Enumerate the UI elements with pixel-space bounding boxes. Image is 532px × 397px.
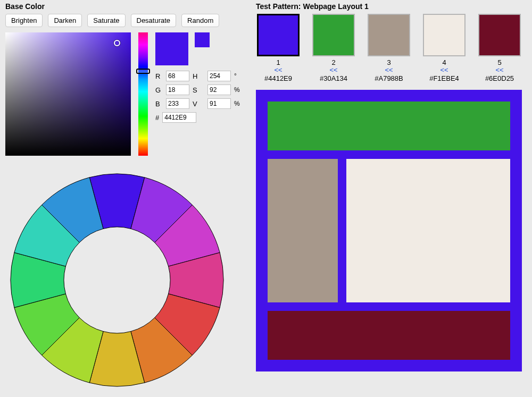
palette-item-4: 4<<#F1EBE4 bbox=[422, 14, 467, 82]
input-b[interactable] bbox=[166, 98, 189, 109]
label-s: S bbox=[193, 86, 204, 94]
palette-shift-button[interactable]: << bbox=[440, 66, 448, 73]
palette-row: 1<<#4412E92<<#30A1343<<#A7988B4<<#F1EBE4… bbox=[256, 14, 527, 82]
palette-hex: #A7988B bbox=[375, 74, 403, 82]
input-g[interactable] bbox=[166, 85, 189, 95]
adjust-buttons: Brighten Darken Saturate Desaturate Rand… bbox=[5, 14, 247, 27]
label-hash: # bbox=[155, 114, 159, 122]
label-h: H bbox=[193, 72, 204, 80]
brighten-button[interactable]: Brighten bbox=[5, 14, 43, 27]
palette-swatch-4[interactable] bbox=[423, 14, 466, 56]
saturate-button[interactable]: Saturate bbox=[87, 14, 125, 27]
input-v[interactable] bbox=[207, 98, 231, 109]
hue-slider[interactable] bbox=[138, 32, 148, 156]
label-g: G bbox=[155, 86, 163, 94]
palette-item-3: 3<<#A7988B bbox=[367, 14, 411, 82]
preview-swatch-large bbox=[155, 32, 188, 65]
base-color-panel: Base Color Brighten Darken Saturate Desa… bbox=[0, 0, 253, 397]
layout-header-block bbox=[268, 102, 510, 150]
palette-swatch-3[interactable] bbox=[368, 14, 410, 56]
test-pattern-panel: Test Pattern: Webpage Layout 1 1<<#4412E… bbox=[253, 0, 532, 397]
palette-hex: #30A134 bbox=[320, 74, 347, 82]
palette-shift-button[interactable]: << bbox=[495, 66, 503, 73]
palette-item-2: 2<<#30A134 bbox=[311, 14, 356, 82]
unit-pct-s: % bbox=[234, 86, 242, 94]
layout-sidebar-block bbox=[268, 159, 338, 302]
layout-mid-row bbox=[268, 159, 510, 302]
test-pattern-title: Test Pattern: Webpage Layout 1 bbox=[256, 2, 527, 11]
unit-pct-v: % bbox=[234, 100, 242, 107]
palette-swatch-5[interactable] bbox=[478, 14, 521, 56]
darken-button[interactable]: Darken bbox=[48, 14, 82, 27]
preview-swatches bbox=[155, 32, 240, 65]
palette-swatch-2[interactable] bbox=[312, 14, 355, 56]
label-r: R bbox=[155, 72, 163, 80]
color-picker-row: R H ° G S % B V % # bbox=[5, 32, 247, 156]
satval-indicator-icon bbox=[114, 40, 120, 46]
layout-footer-block bbox=[268, 311, 510, 360]
palette-shift-button[interactable]: << bbox=[274, 66, 282, 73]
layout-preview bbox=[256, 90, 522, 371]
label-b: B bbox=[155, 100, 163, 108]
color-wheel[interactable] bbox=[5, 168, 229, 392]
palette-number: 3 bbox=[387, 58, 390, 66]
hue-thumb-icon bbox=[136, 69, 150, 74]
palette-hex: #6E0D25 bbox=[485, 74, 514, 82]
palette-item-5: 5<<#6E0D25 bbox=[477, 14, 522, 82]
input-hex[interactable] bbox=[162, 112, 196, 123]
palette-item-1: 1<<#4412E9 bbox=[256, 14, 301, 82]
palette-number: 2 bbox=[331, 58, 335, 66]
saturation-value-picker[interactable] bbox=[5, 32, 131, 156]
input-h[interactable] bbox=[207, 71, 231, 81]
palette-number: 1 bbox=[276, 58, 280, 66]
base-color-title: Base Color bbox=[5, 2, 247, 11]
palette-swatch-1[interactable] bbox=[257, 14, 300, 56]
input-s[interactable] bbox=[207, 85, 231, 95]
random-button[interactable]: Random bbox=[181, 14, 219, 27]
layout-main-block bbox=[346, 159, 510, 302]
input-r[interactable] bbox=[166, 71, 189, 81]
label-v: V bbox=[193, 100, 204, 108]
palette-shift-button[interactable]: << bbox=[329, 66, 337, 73]
palette-hex: #F1EBE4 bbox=[429, 74, 459, 82]
unit-deg: ° bbox=[234, 72, 242, 80]
palette-hex: #4412E9 bbox=[264, 74, 292, 82]
preview-column: R H ° G S % B V % # bbox=[155, 32, 240, 156]
value-grid: R H ° G S % B V % # bbox=[155, 71, 240, 123]
palette-number: 4 bbox=[442, 58, 446, 66]
palette-number: 5 bbox=[497, 58, 501, 66]
preview-swatch-small bbox=[195, 32, 210, 47]
palette-shift-button[interactable]: << bbox=[385, 66, 393, 73]
desaturate-button[interactable]: Desaturate bbox=[131, 14, 177, 27]
